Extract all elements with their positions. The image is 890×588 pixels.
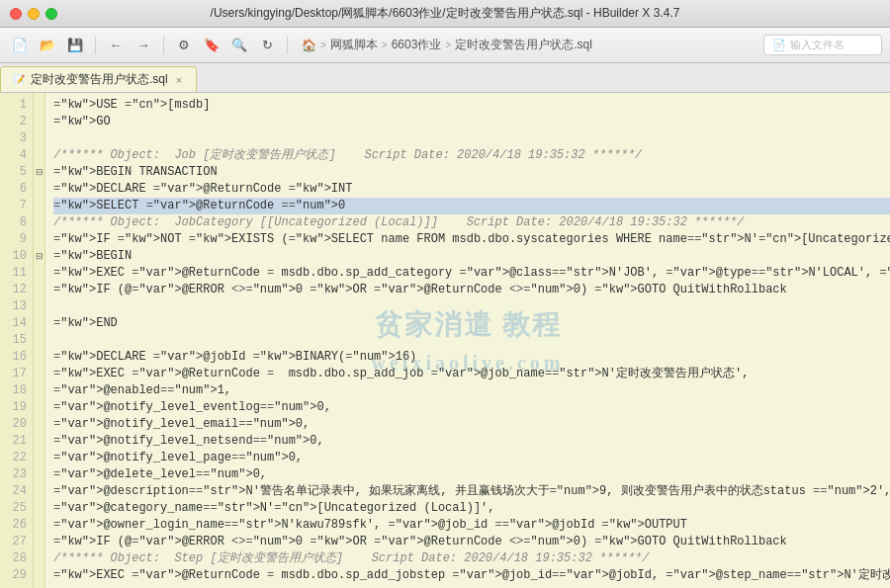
code-line: ="kw">DECLARE ="var">@ReturnCode ="kw">I… [53, 181, 890, 198]
toolbar-separator-1 [95, 37, 96, 54]
toolbar-separator-2 [163, 37, 164, 54]
code-line: ="kw">SELECT ="var">@ReturnCode = ="num"… [53, 198, 890, 214]
refresh-button[interactable]: ↻ [255, 34, 279, 57]
code-line: ="kw">GO [53, 114, 890, 130]
fold-marker [34, 315, 45, 332]
fold-marker [34, 500, 45, 517]
file-input-placeholder[interactable]: 输入文件名 [790, 38, 845, 52]
window-title: /Users/kingying/Desktop/网狐脚本/6603作业/定时改变… [211, 5, 680, 22]
code-area[interactable]: ="kw">USE ="cn">[msdb]="kw">GO /****** O… [45, 93, 890, 588]
fold-marker [34, 198, 45, 214]
fold-marker [34, 483, 45, 500]
fold-marker[interactable]: ⊟ [34, 164, 45, 181]
code-line: ="kw">DECLARE ="var">@jobId ="kw">BINARY… [53, 349, 890, 366]
fold-marker [34, 97, 45, 114]
tab-icon: 📝 [13, 74, 25, 85]
fold-marker [34, 517, 45, 534]
fold-marker [34, 130, 45, 147]
tab-close-button[interactable]: × [174, 74, 184, 86]
code-line: ="var">@notify_level_eventlog=="num">0, [53, 399, 890, 416]
save-button[interactable]: 💾 [63, 34, 87, 57]
undo-button[interactable]: ← [104, 34, 128, 57]
code-line: ="kw">IF (@="var">@ERROR <> ="num">0 ="k… [53, 282, 890, 298]
toolbar: 📄 📂 💾 ← → ⚙ 🔖 🔍 ↻ 🏠 > 网狐脚本 > 6603作业 > 定时… [0, 28, 890, 63]
code-line: ="kw">EXEC ="var">@ReturnCode = msdb.dbo… [53, 265, 890, 282]
traffic-lights [10, 8, 57, 20]
breadcrumb-item-1[interactable]: 网狐脚本 [330, 37, 378, 53]
fold-marker [34, 214, 45, 231]
breadcrumb-home[interactable]: 🏠 [302, 39, 316, 52]
open-file-button[interactable]: 📂 [36, 34, 59, 57]
code-line: ="kw">IF (@="var">@ERROR <> ="num">0 ="k… [53, 534, 890, 550]
file-input-area[interactable]: 📄 输入文件名 [763, 35, 882, 55]
breadcrumb-sep-1: > [320, 40, 326, 50]
bookmark-button[interactable]: 🔖 [200, 34, 223, 57]
fold-marker [34, 466, 45, 483]
fold-marker [34, 282, 45, 298]
code-line: /****** Object: Job [定时改变警告用户状态] Script … [53, 147, 890, 164]
fold-marker [34, 450, 45, 466]
code-line: ="var">@description=="str">N'警告名单记录表中, 如… [53, 483, 890, 500]
fold-marker [34, 349, 45, 366]
breadcrumb: 🏠 > 网狐脚本 > 6603作业 > 定时改变警告用户状态.sql [302, 37, 592, 53]
fold-marker [34, 114, 45, 130]
redo-button[interactable]: → [132, 34, 155, 57]
file-icon: 📄 [772, 39, 786, 51]
code-line: ="kw">EXEC ="var">@ReturnCode = msdb.dbo… [53, 567, 890, 584]
code-line: ="var">@notify_level_netsend=="num">0, [53, 433, 890, 450]
code-line [53, 332, 890, 349]
minimize-button[interactable] [28, 8, 40, 20]
fold-gutter: ⊟⊟ [34, 93, 45, 588]
title-bar: /Users/kingying/Desktop/网狐脚本/6603作业/定时改变… [0, 0, 890, 28]
code-line: ="var">@category_name=="str">N'="cn">[Un… [53, 500, 890, 517]
code-line: ="var">@delete_level=="num">0, [53, 466, 890, 483]
code-line: ="kw">BEGIN [53, 248, 890, 265]
code-line: ="var">@notify_level_email=="num">0, [53, 416, 890, 433]
code-line [53, 298, 890, 315]
breadcrumb-item-2[interactable]: 6603作业 [392, 37, 442, 53]
fold-marker [34, 181, 45, 198]
code-line: ="var">@owner_login_name=="str">N'kawu78… [53, 517, 890, 534]
close-button[interactable] [10, 8, 22, 20]
code-line: ="kw">EXEC ="var">@ReturnCode = msdb.dbo… [53, 366, 890, 382]
fold-marker [34, 332, 45, 349]
code-line: ="var">@enabled=="num">1, [53, 382, 890, 399]
code-line: ="kw">USE ="cn">[msdb] [53, 97, 890, 114]
tab-label: 定时改变警告用户状态.sql [31, 71, 168, 88]
code-line: ="kw">IF ="kw">NOT ="kw">EXISTS (="kw">S… [53, 231, 890, 248]
fold-marker [34, 382, 45, 399]
fold-marker [34, 147, 45, 164]
fold-marker [34, 298, 45, 315]
new-file-button[interactable]: 📄 [8, 34, 32, 57]
breadcrumb-sep-2: > [382, 40, 388, 50]
fold-marker [34, 433, 45, 450]
code-line: /****** Object: Step [定时改变警告用户状态] Script… [53, 550, 890, 567]
code-line: ="kw">BEGIN TRANSACTION [53, 164, 890, 181]
fold-marker [34, 550, 45, 567]
fold-marker [34, 265, 45, 282]
tab-bar: 📝 定时改变警告用户状态.sql × [0, 63, 890, 93]
line-numbers: 1234567891011121314151617181920212223242… [0, 93, 34, 588]
fold-marker [34, 567, 45, 584]
toolbar-separator-3 [287, 37, 288, 54]
editor-container: 1234567891011121314151617181920212223242… [0, 93, 890, 588]
search-button[interactable]: 🔍 [227, 34, 251, 57]
code-line [53, 130, 890, 147]
code-line: ="kw">END [53, 315, 890, 332]
breadcrumb-sep-3: > [445, 40, 451, 50]
breadcrumb-item-3[interactable]: 定时改变警告用户状态.sql [455, 37, 592, 53]
fold-marker [34, 399, 45, 416]
fold-marker[interactable]: ⊟ [34, 248, 45, 265]
fold-marker [34, 231, 45, 248]
settings-button[interactable]: ⚙ [172, 34, 196, 57]
fold-marker [34, 366, 45, 382]
maximize-button[interactable] [45, 8, 57, 20]
tab-main[interactable]: 📝 定时改变警告用户状态.sql × [0, 66, 197, 92]
code-line: ="var">@notify_level_page=="num">0, [53, 450, 890, 466]
code-line: /****** Object: JobCategory [[Uncategori… [53, 214, 890, 231]
fold-marker [34, 534, 45, 550]
fold-marker [34, 416, 45, 433]
